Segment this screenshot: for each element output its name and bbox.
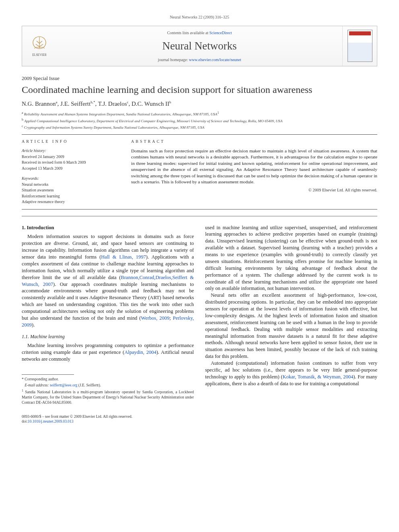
article-info-header: ARTICLE INFO — [22, 139, 118, 144]
doi-link[interactable]: 10.1016/j.neunet.2009.03.013 — [28, 419, 74, 423]
elsevier-word: ELSEVIER — [32, 53, 46, 57]
section-head-1: 1. Introduction — [22, 224, 194, 231]
footnote-corresponding: * Corresponding author. — [22, 377, 194, 382]
keyword: Neural networks — [22, 182, 118, 187]
body-columns: 1. Introduction Modern information sourc… — [22, 224, 377, 425]
elsevier-tree-icon: ELSEVIER — [29, 34, 50, 58]
journal-banner: ELSEVIER Contents lists available at Sci… — [22, 26, 377, 66]
author: T.J. Draelosc — [98, 101, 129, 107]
keyword: Reinforcement learning — [22, 193, 118, 199]
keywords-head: Keywords: — [22, 176, 118, 181]
author: J.E. Seifferttb,* — [60, 101, 95, 107]
paragraph: Neural nets offer an excellent assortmen… — [205, 292, 377, 360]
paragraph: Machine learning involves programming co… — [22, 342, 194, 363]
citation-link[interactable]: Werbos, 2009 — [141, 315, 169, 321]
body-start-rule — [22, 216, 377, 216]
imprint-block: 0893-6080/$ – see front matter © 2009 El… — [22, 414, 194, 425]
meta-row: ARTICLE INFO Article history: Received 2… — [22, 139, 377, 205]
abstract-text: Domains such as force protection require… — [131, 148, 377, 185]
paragraph: used in machine learning and utilize sup… — [205, 224, 377, 292]
abstract-block: ABSTRACT Domains such as force protectio… — [131, 139, 377, 205]
separator-rule — [22, 209, 377, 210]
footnote-1: 1 Sandia National Laboratories is a mult… — [22, 389, 194, 405]
paragraph: Modern information sources to support de… — [22, 233, 194, 328]
contents-available-line: Contents lists available at ScienceDirec… — [61, 30, 338, 36]
affiliation: b Applied Computational Intelligence Lab… — [22, 118, 377, 123]
publisher-logo-slot: ELSEVIER — [22, 26, 57, 66]
citation-link[interactable]: Kokar, Tomasik, & Weyman, 2004 — [283, 374, 354, 380]
abstract-header: ABSTRACT — [131, 139, 377, 144]
email-link[interactable]: seiffertt@ieee.org — [50, 383, 77, 387]
footnote-email: E-mail address: seiffertt@ieee.org (J.E.… — [22, 383, 194, 388]
right-column: used in machine learning and utilize sup… — [205, 224, 377, 425]
sciencedirect-link[interactable]: ScienceDirect — [209, 31, 232, 35]
history-revised: Received in revised form 6 March 2009 — [22, 160, 118, 165]
affiliation: c Cryptography and Information Systems S… — [22, 124, 377, 130]
keyword: Situation awareness — [22, 187, 118, 193]
history-accepted: Accepted 13 March 2009 — [22, 166, 118, 171]
history-received: Received 24 January 2009 — [22, 154, 118, 160]
article-info-block: ARTICLE INFO Article history: Received 2… — [22, 139, 118, 205]
issue-line: 2009 Special Issue — [22, 75, 377, 82]
running-header: Neural Networks 22 (2009) 316–325 — [22, 14, 377, 20]
paper-title: Coordinated machine learning and decisio… — [22, 84, 377, 96]
banner-center: Contents lists available at ScienceDirec… — [57, 26, 342, 66]
author-list: N.G. Brannona, J.E. Seifferttb,*, T.J. D… — [22, 100, 377, 108]
journal-name: Neural Networks — [61, 39, 338, 53]
cover-thumb-slot — [342, 26, 377, 66]
subsection-head-1-1: 1.1. Machine learning — [22, 333, 194, 340]
journal-homepage-link[interactable]: www.elsevier.com/locate/neunet — [189, 58, 241, 62]
keyword: Adaptive resonance theory — [22, 199, 118, 205]
homepage-pre: journal homepage: — [158, 58, 189, 62]
footnote-rule — [22, 374, 74, 375]
contents-pre: Contents lists available at — [167, 31, 209, 35]
citation-link[interactable]: Alpaydin, 2004 — [124, 349, 156, 355]
history-head: Article history: — [22, 148, 118, 154]
separator-rule — [22, 134, 377, 135]
left-column: 1. Introduction Modern information sourc… — [22, 224, 194, 425]
author: D.C. Wunsch IIb — [132, 101, 171, 107]
author: N.G. Brannona — [22, 101, 58, 107]
abstract-copyright: © 2009 Elsevier Ltd. All rights reserved… — [131, 187, 377, 193]
journal-cover-icon — [348, 30, 372, 62]
citation-link[interactable]: Hall & Llinas, 1997 — [101, 254, 146, 260]
imprint-line: 0893-6080/$ – see front matter © 2009 El… — [22, 414, 194, 419]
doi-line: doi:10.1016/j.neunet.2009.03.013 — [22, 419, 194, 424]
affiliation: a Reliability Assessment and Human Syste… — [22, 111, 377, 117]
journal-homepage-line: journal homepage: www.elsevier.com/locat… — [61, 57, 338, 63]
paragraph: Automated (computational) information fu… — [205, 360, 377, 387]
